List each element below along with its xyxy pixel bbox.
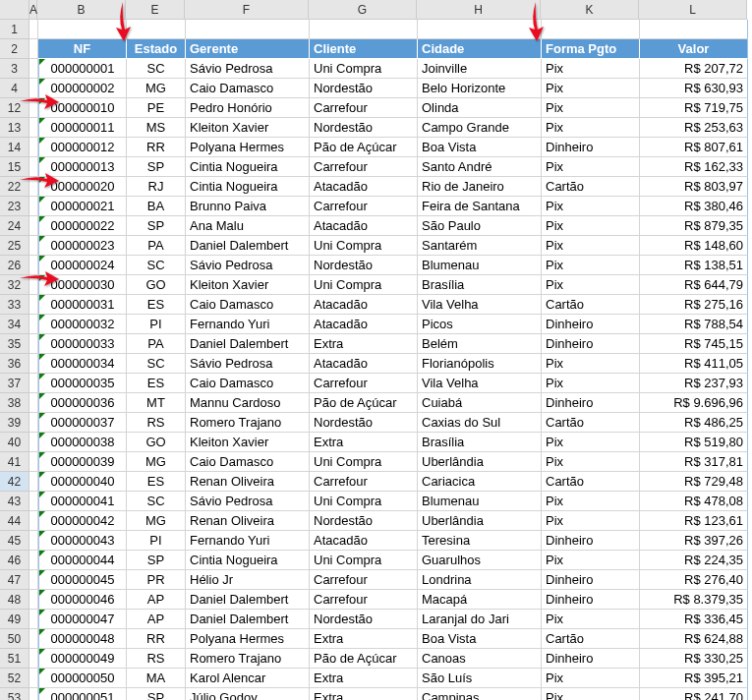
cell-estado[interactable]: PI <box>127 531 186 551</box>
cell-cidade[interactable]: Olinda <box>418 98 542 118</box>
cell-estado[interactable]: GO <box>127 275 186 295</box>
cell-empty[interactable] <box>29 452 38 472</box>
cell-nf[interactable]: 000000010 <box>38 98 127 118</box>
cell-empty[interactable] <box>127 20 186 39</box>
cell-empty[interactable] <box>640 20 748 39</box>
cell-pgto[interactable]: Pix <box>542 551 640 570</box>
cell-empty[interactable] <box>29 295 38 315</box>
row-header-51[interactable]: 51 <box>0 649 29 669</box>
cell-empty[interactable] <box>29 177 38 197</box>
cell-empty[interactable] <box>29 118 38 138</box>
cell-gerente[interactable]: Pedro Honório <box>186 98 310 118</box>
row-header-32[interactable]: 32 <box>0 275 29 295</box>
cell-cidade[interactable]: Caxias do Sul <box>418 413 542 433</box>
cell-nf[interactable]: 000000048 <box>38 629 127 649</box>
row-header-23[interactable]: 23 <box>0 197 29 216</box>
cell-nf[interactable]: 000000012 <box>38 138 127 157</box>
cell-gerente[interactable]: Daniel Dalembert <box>186 236 310 256</box>
cell-estado[interactable]: RJ <box>127 177 186 197</box>
cell-empty[interactable] <box>29 413 38 433</box>
cell-nf[interactable]: 000000043 <box>38 531 127 551</box>
cell-valor[interactable]: R$ 336,45 <box>640 610 748 629</box>
cell-cliente[interactable]: Atacadão <box>310 531 418 551</box>
cell-nf[interactable]: 000000036 <box>38 393 127 413</box>
cell-valor[interactable]: R$ 237,93 <box>640 374 748 393</box>
cell-pgto[interactable]: Pix <box>542 492 640 511</box>
cell-empty[interactable] <box>29 511 38 531</box>
cell-cliente[interactable]: Carrefour <box>310 570 418 590</box>
cell-estado[interactable]: MG <box>127 511 186 531</box>
cell-pgto[interactable]: Dinheiro <box>542 315 640 334</box>
table-header[interactable]: NF <box>38 39 127 59</box>
cell-valor[interactable]: R$ 148,60 <box>640 236 748 256</box>
row-header-14[interactable]: 14 <box>0 138 29 157</box>
cell-valor[interactable]: R$ 241,70 <box>640 688 748 700</box>
cell-cidade[interactable]: Rio de Janeiro <box>418 177 542 197</box>
row-header-3[interactable]: 3 <box>0 59 29 79</box>
row-header-44[interactable]: 44 <box>0 511 29 531</box>
cell-nf[interactable]: 000000047 <box>38 610 127 629</box>
cell-cidade[interactable]: Londrina <box>418 570 542 590</box>
cell-pgto[interactable]: Dinheiro <box>542 334 640 354</box>
cell-valor[interactable]: R$ 253,63 <box>640 118 748 138</box>
cell-cidade[interactable]: Belém <box>418 334 542 354</box>
cell-nf[interactable]: 000000011 <box>38 118 127 138</box>
cell-nf[interactable]: 000000040 <box>38 472 127 492</box>
cell-cliente[interactable]: Nordestão <box>310 610 418 629</box>
row-header-2[interactable]: 2 <box>0 39 29 59</box>
row-header-37[interactable]: 37 <box>0 374 29 393</box>
row-header-34[interactable]: 34 <box>0 315 29 334</box>
cell-valor[interactable]: R$ 519,80 <box>640 433 748 452</box>
row-header-39[interactable]: 39 <box>0 413 29 433</box>
cell-cidade[interactable]: Joinville <box>418 59 542 79</box>
cell-valor[interactable]: R$ 411,05 <box>640 354 748 374</box>
cell-valor[interactable]: R$ 803,97 <box>640 177 748 197</box>
cell-cidade[interactable]: Brasília <box>418 275 542 295</box>
cell-empty[interactable] <box>29 492 38 511</box>
cell-estado[interactable]: SC <box>127 354 186 374</box>
row-header-25[interactable]: 25 <box>0 236 29 256</box>
cell-empty[interactable] <box>29 315 38 334</box>
cell-estado[interactable]: MA <box>127 669 186 688</box>
cell-empty[interactable] <box>29 157 38 177</box>
cell-cidade[interactable]: Blumenau <box>418 492 542 511</box>
cell-pgto[interactable]: Pix <box>542 610 640 629</box>
cell-estado[interactable]: SC <box>127 59 186 79</box>
cell-estado[interactable]: SP <box>127 216 186 236</box>
cell-pgto[interactable]: Pix <box>542 157 640 177</box>
cell-pgto[interactable]: Pix <box>542 59 640 79</box>
table-header[interactable]: Estado <box>127 39 186 59</box>
cell-valor[interactable]: R$ 224,35 <box>640 551 748 570</box>
cell-pgto[interactable]: Pix <box>542 197 640 216</box>
cell-estado[interactable]: RS <box>127 649 186 669</box>
cell-cliente[interactable]: Uni Compra <box>310 236 418 256</box>
cell-estado[interactable]: PR <box>127 570 186 590</box>
cell-cliente[interactable]: Atacadão <box>310 295 418 315</box>
row-header-12[interactable]: 12 <box>0 98 29 118</box>
cell-nf[interactable]: 000000022 <box>38 216 127 236</box>
col-header-F[interactable]: F <box>185 0 309 20</box>
cell-nf[interactable]: 000000024 <box>38 256 127 275</box>
cell-empty[interactable] <box>29 275 38 295</box>
cell-cliente[interactable]: Pão de Açúcar <box>310 649 418 669</box>
cell-cliente[interactable]: Uni Compra <box>310 452 418 472</box>
row-header-1[interactable]: 1 <box>0 20 29 39</box>
cell-gerente[interactable]: Daniel Dalembert <box>186 334 310 354</box>
cell-nf[interactable]: 000000023 <box>38 236 127 256</box>
cell-cliente[interactable]: Extra <box>310 629 418 649</box>
cell-empty[interactable] <box>29 59 38 79</box>
cell-gerente[interactable]: Cintia Nogueira <box>186 157 310 177</box>
row-header-46[interactable]: 46 <box>0 551 29 570</box>
select-all-corner[interactable] <box>0 0 29 20</box>
row-header-42[interactable]: 42 <box>0 472 29 492</box>
row-header-24[interactable]: 24 <box>0 216 29 236</box>
row-header-4[interactable]: 4 <box>0 79 29 98</box>
cell-empty[interactable] <box>29 590 38 610</box>
cell-empty[interactable] <box>29 138 38 157</box>
table-header[interactable]: Cliente <box>310 39 418 59</box>
cell-pgto[interactable]: Dinheiro <box>542 531 640 551</box>
cell-empty[interactable] <box>38 20 127 39</box>
cell-pgto[interactable]: Cartão <box>542 413 640 433</box>
cell-gerente[interactable]: Fernando Yuri <box>186 315 310 334</box>
cell-pgto[interactable]: Pix <box>542 236 640 256</box>
